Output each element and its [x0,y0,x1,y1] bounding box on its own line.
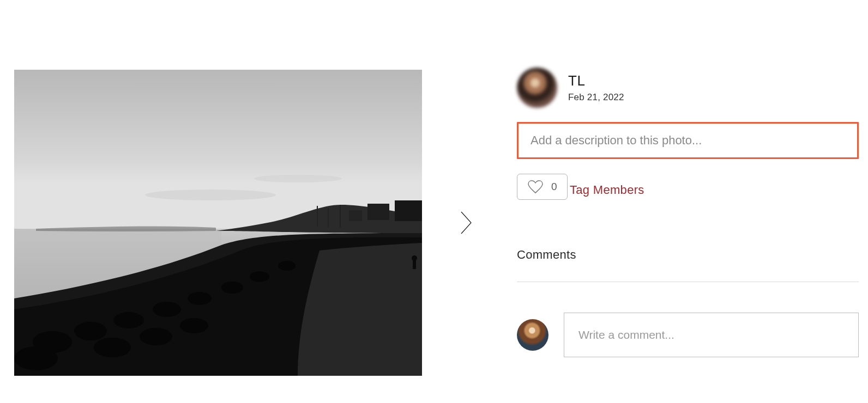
author-text: TL Feb 21, 2022 [568,72,624,103]
tag-members-link[interactable]: Tag Members [570,183,644,197]
svg-point-2 [254,175,341,182]
photo-info-panel: TL Feb 21, 2022 0 Tag Members Comments [517,68,868,357]
photo-detail-layout: TL Feb 21, 2022 0 Tag Members Comments [0,0,868,376]
comment-input[interactable] [578,328,844,341]
svg-point-12 [113,312,144,328]
svg-point-14 [188,292,212,305]
svg-point-20 [140,328,172,345]
description-input[interactable] [531,133,845,148]
heart-icon [527,180,544,194]
svg-point-19 [94,338,131,357]
svg-point-21 [180,318,208,333]
svg-point-18 [14,346,58,370]
author-avatar[interactable] [517,68,557,108]
svg-rect-6 [349,210,362,221]
svg-point-1 [145,190,276,200]
like-count: 0 [551,181,557,193]
svg-rect-23 [413,258,416,269]
svg-point-17 [278,261,296,271]
author-row: TL Feb 21, 2022 [517,68,859,108]
author-date: Feb 21, 2022 [568,92,624,103]
svg-point-13 [153,302,181,317]
photo-section [14,70,479,376]
like-button[interactable]: 0 [517,174,568,200]
chevron-right-icon [460,211,473,235]
comments-divider [517,282,859,282]
comments-heading: Comments [517,248,859,262]
author-name[interactable]: TL [568,72,624,89]
current-user-avatar[interactable] [517,319,548,351]
svg-point-15 [221,282,243,294]
next-photo-button[interactable] [455,205,479,240]
svg-rect-5 [395,200,422,221]
description-field-highlight [517,122,859,159]
main-photo[interactable] [14,70,422,376]
svg-point-16 [250,271,269,282]
svg-point-11 [74,322,107,340]
comment-compose-row [517,313,859,357]
comment-input-box [564,313,859,357]
svg-rect-4 [367,204,389,220]
